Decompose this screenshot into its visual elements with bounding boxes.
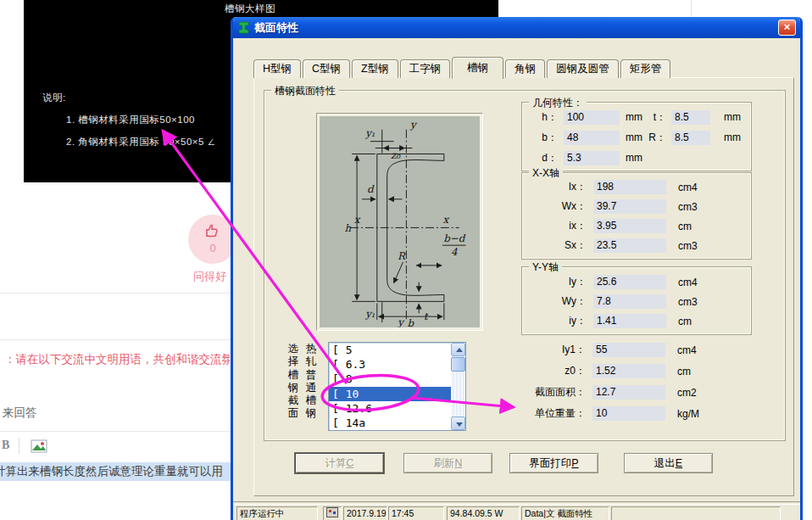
statusbar-icon-cell [323,506,342,520]
field-label: Iy1： [521,343,592,357]
field-row: z0：1.52cm [521,361,752,382]
tab-c-steel[interactable]: C型钢 [303,59,350,78]
field-value[interactable]: 100 [564,110,620,125]
status-icon [326,507,338,517]
tab-rect-tube[interactable]: 矩形管 [620,59,671,78]
label-x-right: x [443,214,450,226]
label-y-top: y [409,119,418,131]
field-value[interactable]: 25.6 [593,275,666,289]
selector-caption-2: 热轧普通槽钢 [305,343,317,421]
field-unit: cm3 [678,240,698,252]
geometry-title: 几何特性： [529,96,587,110]
tab-i-steel[interactable]: 工字钢 [400,59,451,78]
bold-button[interactable]: B [2,439,9,452]
field-label: Wx： [522,199,593,214]
tab-channel-steel[interactable]: 槽钢 [452,57,503,79]
list-item[interactable]: [ 12.6 [329,401,465,416]
field-value[interactable]: 8.5 [671,110,710,125]
dialog-titlebar[interactable]: 截面特性 × [233,17,800,38]
field-value[interactable]: 7.8 [593,294,666,309]
field-row: iy：1.41cm [522,311,751,331]
field-row: Wx：39.7cm3 [522,197,751,216]
field-label: R： [646,131,671,145]
xx-axis-groupbox: X-X轴 Ix：198cm4 Wx：39.7cm3 ix：3.95cm Sx：2… [521,172,752,260]
scrollbar-thumb[interactable] [451,357,465,372]
statusbar-divider [233,501,800,505]
field-unit: cm3 [678,296,698,308]
field-value[interactable]: 8.5 [671,131,710,145]
image-icon [31,439,47,453]
yy-axis-title: Y-Y轴 [529,260,562,275]
calculate-button[interactable]: 计算C [295,453,384,473]
refresh-button[interactable]: 刷新N [403,453,492,473]
field-label: 单位重量： [521,406,592,421]
label-z0: z₀ [391,149,401,161]
statusbar-cell: 94.84.09.5 W [447,506,520,520]
field-value[interactable]: 5.3 [564,151,620,165]
statusbar-cell: 2017.9.19 [343,506,387,520]
field-value[interactable]: 39.7 [593,199,666,214]
field-label: ix： [522,219,593,233]
field-value[interactable]: 48 [564,131,620,145]
field-value[interactable]: 1.52 [592,364,665,378]
toolbar-separator [19,438,19,454]
field-value[interactable]: 55 [592,343,665,357]
like-caption: 问得好 [193,269,226,284]
field-value[interactable]: 1.41 [593,314,666,328]
field-label: Sx： [522,238,593,253]
label-h: h [344,222,351,234]
statusbar-cell: 17:45 [388,506,444,520]
label-y-bottom: y [397,316,405,327]
tab-z-steel[interactable]: Z型钢 [352,59,398,78]
field-row: 单位重量：10kg/M [521,403,752,424]
list-item[interactable]: [ 8 [329,372,465,386]
field-unit: cm4 [678,277,698,288]
field-value[interactable]: 10 [592,406,665,421]
field-value[interactable]: 3.95 [593,219,666,233]
field-row: Wy：7.8cm3 [522,292,751,311]
scroll-down-button[interactable] [451,417,465,430]
label-r: R [398,250,406,262]
cad-drawing-title: 槽钢大样图 [225,3,275,15]
label-frac-den: 4 [451,246,458,258]
field-value[interactable]: 23.5 [593,238,666,253]
channel-size-listbox[interactable]: [ 5 [ 6.3 [ 8 [ 10 [ 12.6 [ 14a [328,342,466,431]
insert-image-button[interactable] [31,439,47,453]
divider [0,339,231,340]
section-diagram: y₁ y z₀ d h x x R b−d 4 t y₁ y b [316,113,483,331]
list-item-selected[interactable]: [ 10 [329,387,465,401]
field-label: d： [522,151,564,165]
label-y1-top: y₁ [364,127,375,139]
tab-round-steel[interactable]: 圆钢及圆管 [547,59,619,78]
field-unit: cm4 [677,344,697,356]
field-unit: mm [724,131,741,143]
list-item[interactable]: [ 5 [329,343,465,357]
groupbox-title: 槽钢截面特性 [271,84,339,98]
extra-fields: Iy1：55cm4 z0：1.52cm 截面面积：12.7cm2 单位重量：10… [521,339,752,424]
field-unit: cm [678,316,692,327]
cad-note-heading: 说明: [42,92,66,104]
tab-h-steel[interactable]: H型钢 [253,59,301,78]
field-value[interactable]: 198 [593,180,666,194]
field-row: ix：3.95cm [522,216,751,236]
cad-note-1: 1. 槽钢材料采用国标50×100 [66,114,195,126]
label-frac-num: b−d [443,232,466,244]
print-button[interactable]: 界面打印P [509,453,598,473]
field-unit: cm [678,221,692,232]
label-x-left: x [354,214,361,226]
listbox-scrollbar[interactable] [451,343,465,430]
field-value[interactable]: 12.7 [592,385,665,400]
tab-angle-steel[interactable]: 角钢 [505,59,545,78]
statusbar-cell: Data|文 截面特性 [521,506,609,520]
close-button[interactable]: × [778,20,796,36]
field-row: Iy：25.6cm4 [522,272,751,292]
list-item[interactable]: [ 6.3 [329,357,465,372]
page-divider-vertical [691,0,692,16]
label-b: b [408,317,415,327]
list-item[interactable]: [ 14a [329,416,465,430]
field-unit: mm [724,111,741,123]
field-row: 截面面积：12.7cm2 [521,382,752,403]
field-unit: mm [626,152,646,164]
exit-button[interactable]: 退出E [624,453,713,473]
scroll-up-button[interactable] [451,343,465,356]
